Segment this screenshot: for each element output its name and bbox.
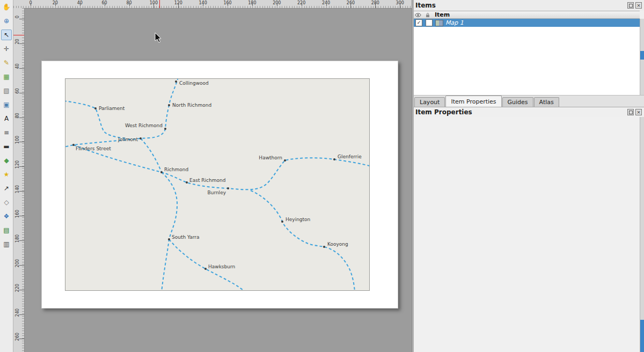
add-shape-icon: ◆ bbox=[4, 157, 9, 164]
station-dot bbox=[72, 144, 75, 146]
ruler-major-tick bbox=[19, 93, 24, 93]
right-dock: Items × Item ✓Map 1 LayoutItem Propertie… bbox=[413, 0, 644, 352]
horizontal-ruler[interactable]: 0204060801001201401601802002202402602803… bbox=[13, 0, 412, 9]
tab-item-properties[interactable]: Item Properties bbox=[445, 96, 501, 107]
station-label: Flinders Street bbox=[76, 146, 111, 151]
move-item-content-icon: ✛ bbox=[4, 45, 9, 53]
layout-toolbox: ✋⊕↖✛✎▦▧▣A≡▬◆★↗◇❖▤▥ bbox=[0, 0, 13, 352]
tab-layout[interactable]: Layout bbox=[414, 97, 445, 107]
item-properties-close-button[interactable]: × bbox=[635, 109, 642, 115]
float-icon bbox=[629, 4, 633, 8]
layout-canvas[interactable]: CollingwoodParliamentNorth RichmondWest … bbox=[24, 8, 412, 352]
tool-add-legend[interactable]: ≡ bbox=[1, 127, 12, 138]
item-label: Map 1 bbox=[445, 19, 464, 26]
map-item-icon bbox=[435, 20, 443, 26]
station-label: Jolimont bbox=[118, 137, 138, 142]
tool-add-attribute-table[interactable]: ▤ bbox=[1, 225, 12, 236]
tool-add-map[interactable]: ▦ bbox=[1, 71, 12, 82]
properties-scrollbar[interactable] bbox=[640, 117, 644, 352]
station-dot bbox=[168, 238, 170, 240]
add-html-icon: ❖ bbox=[4, 212, 10, 220]
ruler-label: 100 bbox=[15, 136, 20, 144]
tab-atlas[interactable]: Atlas bbox=[534, 97, 559, 107]
tool-add-marker[interactable]: ★ bbox=[1, 169, 12, 180]
items-list[interactable]: ✓Map 1 bbox=[413, 19, 644, 96]
item-lock-checkbox[interactable] bbox=[426, 19, 433, 26]
ruler-major-tick bbox=[203, 3, 203, 8]
station-dot bbox=[94, 107, 97, 109]
items-scrollbar[interactable] bbox=[640, 19, 644, 95]
tool-add-html[interactable]: ❖ bbox=[1, 211, 12, 222]
tool-edit-nodes-item[interactable]: ✎ bbox=[1, 57, 12, 68]
ruler-major-tick bbox=[326, 3, 327, 8]
ruler-label: 80 bbox=[15, 111, 20, 120]
add-attribute-table-icon: ▤ bbox=[3, 226, 9, 234]
items-rows: ✓Map 1 bbox=[413, 19, 640, 27]
tool-pan[interactable]: ✋ bbox=[1, 2, 12, 12]
ruler-label: 220 bbox=[15, 283, 20, 292]
ruler-major-tick bbox=[129, 3, 130, 8]
ruler-label: 20 bbox=[15, 37, 20, 46]
properties-scrollbar-thumb[interactable] bbox=[640, 320, 644, 352]
tool-select-move-item[interactable]: ↖ bbox=[1, 30, 12, 40]
ruler-label: 160 bbox=[15, 210, 20, 218]
ruler-major-tick bbox=[19, 142, 24, 142]
ruler-major-tick bbox=[19, 240, 24, 241]
items-panel-header: Items × bbox=[413, 0, 644, 11]
ruler-label: 200 bbox=[15, 259, 20, 267]
dock-tabbar: LayoutItem PropertiesGuidesAtlas bbox=[413, 96, 644, 107]
station-dot bbox=[140, 137, 142, 140]
pan-icon: ✋ bbox=[3, 3, 11, 11]
layout-page[interactable]: CollingwoodParliamentNorth RichmondWest … bbox=[41, 61, 398, 309]
station-label: Richmond bbox=[164, 167, 188, 172]
items-panel-float-button[interactable] bbox=[627, 2, 634, 9]
ruler-major-tick bbox=[228, 3, 228, 8]
tool-move-item-content[interactable]: ✛ bbox=[1, 43, 12, 54]
item-properties-panel-header: Item Properties × bbox=[413, 107, 644, 117]
items-panel-close-button[interactable]: × bbox=[635, 2, 642, 9]
ruler-major-tick bbox=[19, 118, 24, 118]
ruler-major-tick bbox=[19, 265, 24, 266]
tool-add-3d-map[interactable]: ▧ bbox=[1, 85, 12, 96]
ruler-major-tick bbox=[302, 3, 302, 8]
tool-add-arrow[interactable]: ↗ bbox=[1, 183, 12, 194]
tab-guides[interactable]: Guides bbox=[502, 97, 533, 107]
ruler-label: 260 bbox=[15, 333, 20, 341]
mouse-cursor bbox=[155, 32, 162, 43]
qgis-print-layout-window: ✋⊕↖✛✎▦▧▣A≡▬◆★↗◇❖▤▥ 020406080100120140160… bbox=[0, 0, 644, 352]
panel-splitter[interactable] bbox=[412, 0, 414, 352]
map-item-frame[interactable]: CollingwoodParliamentNorth RichmondWest … bbox=[65, 78, 370, 291]
ruler-major-tick bbox=[400, 3, 400, 8]
tool-add-label[interactable]: A bbox=[1, 113, 12, 124]
select-move-item-icon: ↖ bbox=[4, 31, 9, 39]
tool-add-shape[interactable]: ◆ bbox=[1, 155, 12, 166]
ruler-major-tick bbox=[375, 3, 376, 8]
tool-add-node-item[interactable]: ◇ bbox=[1, 197, 12, 208]
ruler-major-tick bbox=[19, 191, 24, 192]
add-legend-icon: ≡ bbox=[4, 129, 9, 136]
ruler-label: 180 bbox=[15, 234, 20, 243]
tool-add-scalebar[interactable]: ▬ bbox=[1, 141, 12, 152]
item-visibility-checkbox[interactable]: ✓ bbox=[415, 19, 422, 26]
tool-add-fixed-table[interactable]: ▥ bbox=[1, 239, 12, 250]
tool-zoom[interactable]: ⊕ bbox=[1, 16, 12, 26]
station-label: Burnley bbox=[208, 190, 226, 195]
tool-add-picture[interactable]: ▣ bbox=[1, 99, 12, 110]
item-properties-float-button[interactable] bbox=[627, 109, 634, 115]
items-row-map-1[interactable]: ✓Map 1 bbox=[413, 19, 640, 27]
rail-line-glen-waverley-line bbox=[251, 190, 355, 290]
items-scrollbar-thumb[interactable] bbox=[640, 51, 644, 60]
item-properties-body bbox=[413, 117, 644, 352]
add-3d-map-icon: ▧ bbox=[3, 87, 9, 94]
zoom-icon: ⊕ bbox=[4, 17, 9, 25]
rail-line-south-yarra-line bbox=[162, 172, 177, 290]
station-dot bbox=[284, 159, 286, 162]
edit-nodes-item-icon: ✎ bbox=[4, 59, 9, 67]
ruler-label: 140 bbox=[15, 185, 20, 194]
vertical-ruler[interactable]: 020406080100120140160180200220240260 bbox=[13, 8, 25, 352]
station-label: Collingwood bbox=[179, 80, 209, 86]
ruler-cursor-marker-v bbox=[13, 35, 24, 35]
add-label-icon: A bbox=[4, 115, 9, 122]
station-label: East Richmond bbox=[189, 178, 225, 183]
ruler-label: 60 bbox=[15, 86, 20, 95]
